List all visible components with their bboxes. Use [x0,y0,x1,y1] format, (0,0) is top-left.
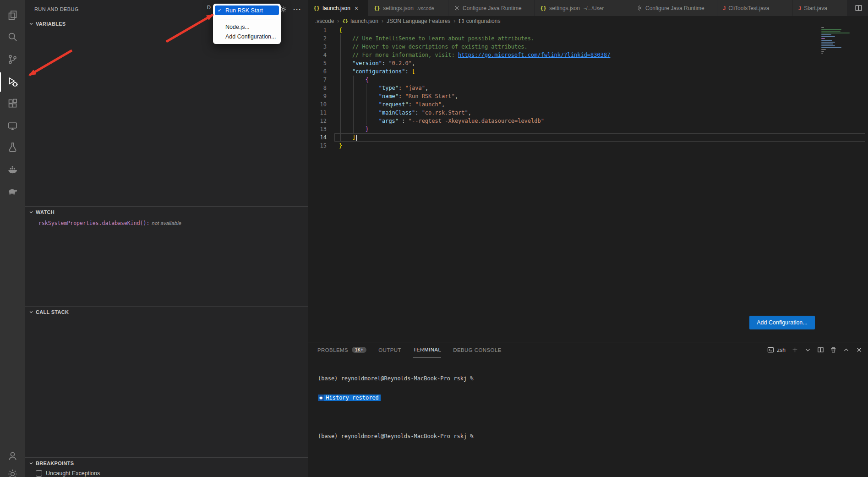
line-number[interactable]: 15 [308,142,327,150]
problems-count-badge: 1K+ [352,347,366,353]
extensions-icon[interactable] [0,93,25,113]
explorer-icon[interactable] [0,5,25,25]
breadcrumb-separator: › [337,18,339,24]
line-number[interactable]: 9 [308,92,327,100]
remote-explorer-icon[interactable] [0,116,25,135]
tab-launch-json[interactable]: {} launch.json × [308,0,368,16]
shell-selector[interactable]: zsh [767,346,786,353]
tab-configure-java-runtime-2[interactable]: Configure Java Runtime [631,0,717,16]
run-and-debug-icon[interactable] [0,72,25,92]
line-number[interactable]: 11 [308,109,327,117]
editor-code-area[interactable]: 1{2 // Use IntelliSense to learn about p… [308,26,868,157]
tab-problems[interactable]: PROBLEMS 1K+ [317,342,366,357]
chevron-down-icon[interactable] [804,346,811,353]
add-configuration-button[interactable]: Add Configuration... [749,316,815,329]
panel-tab-label: PROBLEMS [317,347,348,353]
minimap[interactable] [821,26,858,55]
new-terminal-icon[interactable] [792,346,798,353]
split-editor-icon[interactable] [855,4,863,12]
breadcrumb-item[interactable]: launch.json [350,18,378,24]
line-number[interactable]: 8 [308,84,327,92]
code-line[interactable]: 10 "request": "launch", [308,100,868,109]
code-line[interactable]: 11 "mainClass": "co.rsk.Start", [308,109,868,117]
tab-clitoolstest-java[interactable]: J CliToolsTest.java [717,0,793,16]
code-line[interactable]: 13 } [308,125,868,133]
tab-start-java[interactable]: J Start.java [793,0,847,16]
menu-item-run-rsk-start[interactable]: ✓ Run RSK Start [215,5,279,15]
settings-gear-icon[interactable] [0,464,25,477]
tab-configure-java-runtime-1[interactable]: Configure Java Runtime [448,0,535,16]
code-line[interactable]: 1{ [308,26,868,34]
line-number[interactable]: 7 [308,76,327,84]
chevron-down-icon [28,209,34,215]
terminal-line: (base) reynoldmorel@Reynolds-MacBook-Pro… [318,375,859,382]
panel-tab-label: TERMINAL [413,347,441,352]
tab-terminal[interactable]: TERMINAL [413,342,441,357]
maximize-panel-chevron-up-icon[interactable] [843,346,850,353]
uncaught-exceptions-checkbox[interactable] [36,470,42,477]
line-number[interactable]: 14 [308,133,327,142]
shell-label: zsh [777,347,786,353]
tab-debug-console[interactable]: DEBUG CONSOLE [453,342,502,357]
code-line[interactable]: 7 { [308,76,868,84]
tab-settings-json-user[interactable]: {} settings.json ~/.../User [535,0,631,16]
breadcrumb-item[interactable]: JSON Language Features [387,18,450,24]
code-line[interactable]: 14 ] [308,133,868,142]
kill-terminal-trash-icon[interactable] [830,346,837,353]
watch-pane: WATCH rskSystemProperties.databaseKind()… [25,206,308,306]
panel-tab-label: DEBUG CONSOLE [453,347,502,353]
code-line[interactable]: 9 "name": "Run RSK Start", [308,92,868,100]
code-line[interactable]: 5 "version": "0.2.0", [308,59,868,67]
docker-whale-icon[interactable] [0,159,25,179]
watch-expression-row[interactable]: rskSystemProperties.databaseKind():not a… [25,220,308,226]
close-icon[interactable]: × [355,5,358,11]
code-line[interactable]: 2 // Use IntelliSense to learn about pos… [308,34,868,43]
menu-item-add-configuration[interactable]: Add Configuration... [215,32,279,41]
line-number[interactable]: 12 [308,117,327,125]
breakpoints-pane-header[interactable]: BREAKPOINTS [25,458,308,468]
call-stack-pane-header[interactable]: CALL STACK [25,307,308,317]
terminal-output[interactable]: (base) reynoldmorel@Reynolds-MacBook-Pro… [318,362,859,477]
code-line[interactable]: 12 "args" : "--regtest -Xkeyvalue.dataso… [308,117,868,125]
line-number[interactable]: 1 [308,26,327,34]
line-number[interactable]: 3 [308,43,327,51]
occluded-debug-label: D [207,5,211,10]
search-icon[interactable] [0,27,25,46]
breadcrumb-item[interactable]: .vscode [315,18,334,24]
code-line[interactable]: 4 // For more information, visit: https:… [308,51,868,59]
code-line[interactable]: 8 "type": "java", [308,84,868,92]
menu-item-nodejs[interactable]: Node.js... [215,22,279,32]
menu-item-label: Run RSK Start [225,7,263,14]
tab-label: Start.java [804,5,827,11]
line-number[interactable]: 2 [308,34,327,43]
editor-group: {} launch.json × {} settings.json .vscod… [308,0,868,477]
settings-page-icon [454,5,460,11]
line-number[interactable]: 6 [308,67,327,76]
breadcrumb: .vscode › {} launch.json › JSON Language… [308,16,868,26]
line-number[interactable]: 4 [308,51,327,59]
tab-settings-json-vscode[interactable]: {} settings.json .vscode [368,0,448,16]
more-actions-icon[interactable]: ··· [293,5,301,13]
watch-label: WATCH [36,209,55,215]
line-number[interactable]: 10 [308,100,327,109]
activity-bar [0,0,25,477]
breadcrumb-item[interactable]: configurations [466,18,501,24]
turtle-icon[interactable] [0,181,25,201]
testing-flask-icon[interactable] [0,137,25,157]
line-number[interactable]: 5 [308,59,327,67]
debug-settings-gear-icon[interactable] [280,6,287,13]
code-line[interactable]: 3 // Hover to view descriptions of exist… [308,43,868,51]
account-icon[interactable] [0,446,25,466]
source-control-icon[interactable] [0,49,25,69]
tab-label: launch.json [322,5,350,11]
sidebar-title: RUN AND DEBUG [34,6,79,12]
tab-output[interactable]: OUTPUT [378,342,401,357]
split-terminal-icon[interactable] [817,346,824,353]
code-line[interactable]: 15} [308,142,868,150]
uncaught-exceptions-label[interactable]: Uncaught Exceptions [46,470,100,477]
call-stack-label: CALL STACK [36,309,69,315]
watch-pane-header[interactable]: WATCH [25,207,308,217]
line-number[interactable]: 13 [308,125,327,133]
close-panel-icon[interactable] [856,346,863,353]
code-line[interactable]: 6 "configurations": [ [308,67,868,76]
